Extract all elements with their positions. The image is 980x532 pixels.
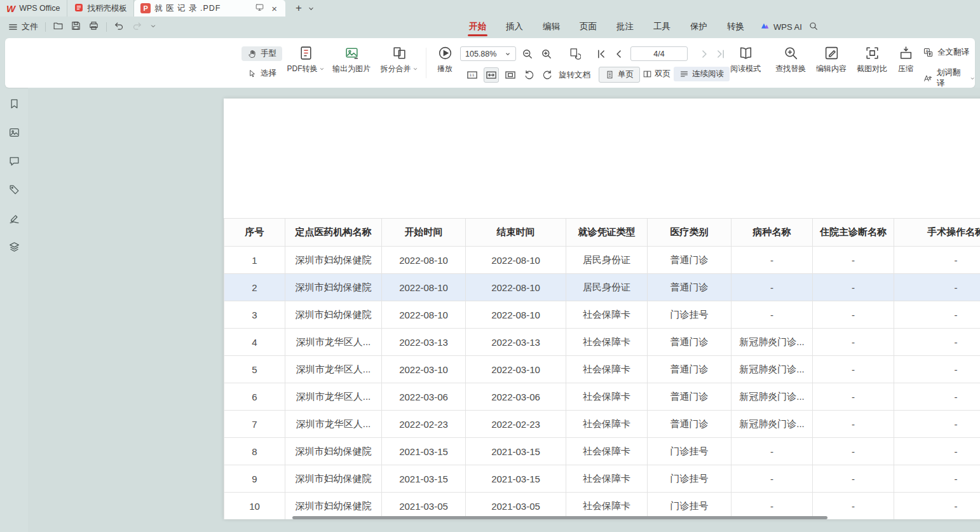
ribbon-tab-tools[interactable]: 工具 <box>653 17 670 37</box>
ribbon-tab-protect[interactable]: 保护 <box>690 17 707 37</box>
rotate-doc-label[interactable]: 旋转文档 <box>559 70 590 81</box>
attachment-tag-icon[interactable] <box>8 184 20 198</box>
last-page-button[interactable] <box>713 46 728 62</box>
compress-button[interactable]: 压缩 <box>891 45 920 74</box>
ribbon-tab-edit[interactable]: 编辑 <box>543 17 560 37</box>
table-cell: 2022-08-10 <box>382 247 466 274</box>
print-icon[interactable] <box>88 20 99 34</box>
ribbon-tab-page[interactable]: 页面 <box>580 17 597 37</box>
tab-list-chevron-icon[interactable] <box>307 0 315 17</box>
ribbon-tab-convert[interactable]: 转换 <box>727 17 744 37</box>
cursor-icon <box>247 69 257 79</box>
table-cell: 普通门诊 <box>648 329 732 356</box>
ribbon-tab-home[interactable]: 开始 <box>469 17 486 37</box>
horizontal-scrollbar[interactable] <box>292 516 827 519</box>
new-tab-button[interactable]: + <box>290 0 307 17</box>
export-image-button[interactable]: 输出为图片 <box>327 45 376 74</box>
rotate-left-icon <box>523 69 536 81</box>
medical-records-table: 序号 定点医药机构名称 开始时间 结束时间 就诊凭证类型 医疗类别 病种名称 住… <box>224 218 980 519</box>
fit-page-button[interactable] <box>503 67 518 83</box>
edit-content-label: 编辑内容 <box>816 64 847 74</box>
tab-docer-templates[interactable]: 找稻壳模板 <box>67 0 135 17</box>
play-button[interactable]: 播放 <box>430 45 460 74</box>
table-cell: - <box>894 493 980 520</box>
file-menu[interactable]: 文件 <box>8 21 38 32</box>
titlebar: W WPS Office 找稻壳模板 P 就 医 记 录 .PDF × + <box>0 0 980 17</box>
table-cell: 普通门诊 <box>648 274 732 301</box>
thumbnail-icon[interactable] <box>8 126 20 141</box>
play-label: 播放 <box>437 64 453 74</box>
first-page-button[interactable] <box>594 46 609 62</box>
zoom-out-button[interactable] <box>520 46 535 62</box>
tab-document-label: 就 医 记 录 .PDF <box>154 3 221 14</box>
layers-icon[interactable] <box>8 241 20 256</box>
tab-wps-office[interactable]: W WPS Office <box>0 0 67 17</box>
hand-tool-button[interactable]: 手型 <box>242 46 282 61</box>
word-translate-button[interactable]: 划词翻译 <box>923 67 975 89</box>
page-indicator-input[interactable]: 4/4 <box>630 46 688 61</box>
fit-page-refresh-button[interactable] <box>567 46 582 61</box>
pdf-convert-button[interactable]: PDF转换 <box>283 45 328 74</box>
table-cell: - <box>813 274 894 301</box>
table-cell: - <box>732 438 813 465</box>
split-merge-button[interactable]: 拆分合并 <box>375 45 423 74</box>
menu-search-icon[interactable] <box>808 21 819 34</box>
undo-history-chevron-icon[interactable] <box>149 21 157 32</box>
table-cell: - <box>894 411 980 438</box>
table-cell: 社会保障卡 <box>566 329 648 356</box>
table-cell: 深圳市妇幼保健院 <box>285 465 382 493</box>
fit-width-button[interactable] <box>484 67 499 83</box>
single-page-icon <box>605 70 615 79</box>
table-header-row: 序号 定点医药机构名称 开始时间 结束时间 就诊凭证类型 医疗类别 病种名称 住… <box>224 219 980 247</box>
actual-size-button[interactable]: 1:1 <box>465 67 480 83</box>
table-cell: 2022-03-10 <box>382 356 466 383</box>
select-tool-button[interactable]: 选择 <box>242 66 282 81</box>
read-mode-button[interactable]: 阅读模式 <box>727 45 764 74</box>
file-menu-label: 文件 <box>22 21 38 32</box>
open-folder-icon[interactable] <box>53 20 64 34</box>
find-replace-button[interactable]: 查找替换 <box>772 45 810 74</box>
table-cell: 社会保障卡 <box>566 301 648 329</box>
table-cell: 2 <box>224 274 285 301</box>
table-cell: - <box>813 301 894 329</box>
tab-close-icon[interactable]: × <box>269 3 279 14</box>
ribbon-tab-annotate[interactable]: 批注 <box>616 17 634 37</box>
table-cell: 10 <box>224 493 285 520</box>
table-cell: 2021-03-15 <box>466 438 566 465</box>
signature-pen-icon[interactable] <box>8 212 20 227</box>
word-translate-label: 划词翻译 <box>937 67 966 89</box>
table-cell: 5 <box>224 356 285 383</box>
divider <box>426 48 426 78</box>
rotate-left-button[interactable] <box>522 67 537 83</box>
edit-content-button[interactable]: 编辑内容 <box>812 45 850 74</box>
table-row: 6深圳市龙华区人...2022-03-062022-03-06社会保障卡普通门诊… <box>224 383 980 411</box>
continuous-reading-button[interactable]: 连续阅读 <box>674 67 730 81</box>
wps-ai-button[interactable]: WPS AI <box>760 17 802 37</box>
monitor-icon[interactable] <box>255 3 264 14</box>
book-icon <box>738 45 754 61</box>
single-page-button[interactable]: 单页 <box>599 67 640 83</box>
table-cell: - <box>732 247 813 274</box>
screenshot-compare-button[interactable]: 截图对比 <box>853 45 891 74</box>
zoom-select[interactable]: 105.88% <box>460 46 516 61</box>
save-icon[interactable] <box>71 20 81 34</box>
table-cell: - <box>813 383 894 411</box>
redo-icon[interactable] <box>132 20 142 34</box>
undo-icon[interactable] <box>114 20 125 34</box>
double-page-icon <box>643 69 652 79</box>
bookmark-icon[interactable] <box>8 98 20 113</box>
rotate-right-button[interactable] <box>540 67 555 83</box>
full-translate-button[interactable]: A 全文翻译 <box>923 47 969 58</box>
column-header: 序号 <box>224 219 285 247</box>
previous-page-button[interactable] <box>611 46 627 62</box>
column-header: 就诊凭证类型 <box>566 219 648 247</box>
left-sidebar <box>0 88 28 532</box>
next-page-button[interactable] <box>697 46 712 62</box>
table-cell: - <box>813 411 894 438</box>
tab-document-active[interactable]: P 就 医 记 录 .PDF × <box>134 0 285 17</box>
find-replace-label: 查找替换 <box>775 64 806 74</box>
comment-icon[interactable] <box>8 155 20 170</box>
zoom-in-button[interactable] <box>539 46 554 62</box>
table-cell: 2022-03-13 <box>382 329 466 356</box>
ribbon-tab-insert[interactable]: 插入 <box>506 17 523 37</box>
